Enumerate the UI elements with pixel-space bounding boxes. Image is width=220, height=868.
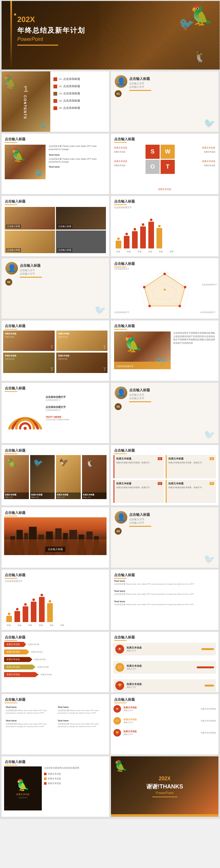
grid-item-1: 点击输入标题 — [5, 207, 55, 229]
ia-label-2: 拓展文本信息 — [124, 718, 201, 721]
contents-item-3: 03 点击添加标题 — [54, 92, 106, 96]
city-title: 点击输入标题 — [48, 548, 63, 551]
slide17-avatar-icon: 👤 — [117, 513, 125, 521]
ia-row-3: 🏆 拓展文本信息 请输入文字 拓展文本内容描述 — [114, 729, 216, 737]
dr-item-3: 拓展文本信息 — [44, 782, 106, 785]
slide11-desc: 点击添加业绩文字请更换字体替换此处请输入您的品牌宣传或产品说明内容点击添加业绩文… — [173, 332, 216, 345]
bar-2 — [124, 233, 129, 248]
dark-card: 🦜 拓展文本信息 点击添加文字 © — [4, 767, 42, 810]
row-12: 点击输入标题 🦜 拓展文本信息 点击添加文字 © 点击添加文案说明点击添加文案说… — [1, 756, 219, 817]
slide5-right-2: 拓展文本信息 — [202, 160, 215, 163]
arrow-2: 拓展文本信息 — [4, 649, 29, 654]
item-dot-5 — [54, 106, 57, 110]
slide14-title: 点击输入标题 — [5, 448, 106, 453]
slide13-sub2: 点击输入文字 — [129, 397, 151, 400]
icon-arrows-list: 👁 拓展文本信息 请输入文字 拓展文本内容描述 🛡 拓展文本信息 请输入文字 — [114, 705, 216, 737]
wifi-svg — [6, 397, 44, 435]
slide-section-opener: 👤 01 点击输入标题 点击输入文字 点击输入文字 🐦 — [111, 71, 219, 132]
slide8-sub2: 点击输入文字 — [20, 272, 42, 276]
contents-item-4: 04 点击添加标题 — [54, 99, 106, 103]
progress-bar-1 — [201, 648, 214, 650]
photo2-label: 拓展文本标题 — [31, 493, 54, 496]
contents-bird2: 🐦 — [39, 121, 49, 130]
item-text-4: 点击添加标题 — [63, 99, 80, 103]
slide19-title: 点击输入标题 — [114, 573, 215, 578]
slide6-grid: 点击输入标题 点击输入标题 点击输入标题 点击输入标题 — [5, 207, 106, 253]
row-3: 点击输入标题 点击输入标题 点击输入标题 点击输入标题 点击输入标题 — [1, 196, 219, 257]
slide13-sub1: 点击输入文字 — [129, 393, 151, 397]
text-image-grid: Text here 点击添加文案 Please enter color slid… — [4, 704, 106, 730]
slide7-bar — [114, 205, 127, 205]
slide4-body1: 点击添加文案 Please enter color slides PPT wor… — [49, 145, 106, 151]
slide20-title: 点击输入标题 — [5, 635, 106, 640]
slide8-yellow-bar — [20, 277, 42, 278]
slide17-sub2: 点击输入文字 — [129, 521, 151, 525]
ia-right-3: 拓展文本内容描述 — [201, 732, 216, 734]
text-box-2: 拓展文本标题 02 拓展文本标题 拓展文本标题 （拓展文字） — [166, 455, 216, 478]
bar2-dot-3 — [24, 603, 27, 606]
slide17-sub1: 点击输入文字 — [129, 518, 151, 521]
slide8-deco: 🐦 — [94, 304, 106, 315]
photo-item-3: 🦅 拓展文本标题 请输入文字 — [56, 455, 81, 499]
dr-item-2: 拓展文本信息 — [44, 777, 106, 780]
social-sub-3: 拓展文本信息 — [5, 358, 53, 360]
dark-card-text: 拓展文本信息 — [17, 793, 30, 796]
wifi-label-1: 点击添加业绩文字 — [45, 395, 106, 399]
slide19-header: 点击输入标题 — [114, 573, 215, 579]
dr-dot-2 — [44, 777, 46, 780]
item-dot-1 — [54, 78, 57, 81]
svg-point-5 — [184, 286, 186, 288]
slide10-title: 点击输入标题 — [5, 323, 106, 328]
wifi-item-2: 点击添加业绩文字 点击添加业绩文字 — [45, 405, 106, 412]
svg-point-6 — [179, 305, 181, 307]
swot-t: T — [161, 160, 175, 174]
slide11-title: 点击输入标题 — [114, 323, 215, 328]
text-boxes-grid: 拓展文本标题 01 拓展文本标题 拓展文本标题 （拓展文字） 拓展文本标题 02… — [114, 455, 216, 503]
wifi-sub-text: 点击添加文案文字请更换字体替换 — [45, 418, 106, 421]
grid-label-4: 点击输入标题 — [57, 248, 72, 252]
row-4: 👤 点击输入标题 点击输入文字 点击输入文字 02 🐦 点击输入标题 — [1, 258, 219, 319]
arrow-sub-4: 拓展文本内容 — [37, 666, 49, 669]
city-overlay: 点击输入标题 — [45, 547, 65, 552]
slide13-deco: 🐦 — [203, 429, 215, 440]
text-box-4-header: 拓展文本标题 04 — [168, 482, 214, 485]
text-box-3-header: 拓展文本标题 03 — [116, 482, 162, 485]
slide23-title: 点击输入标题 — [114, 697, 215, 702]
swot-w: W — [161, 145, 175, 159]
cover-birds-bg: 🦜 🐦 🐧 — [100, 1, 220, 69]
svg-point-10 — [24, 427, 27, 430]
wifi-text: 点击添加业绩文字 点击添加业绩文字 点击添加业绩文字 点击添加业绩文字 TEXT… — [45, 395, 106, 423]
item-dot-4 — [54, 99, 57, 103]
photo3-label-bg: 拓展文本标题 请输入文字 — [56, 493, 81, 499]
photo1-label-bg: 拓展文本标题 请输入文字 — [4, 493, 29, 499]
slide-dark-bird: 点击输入标题 🦜 拓展文本信息 点击添加文字 © 点击添加文案说明点击添加文案说… — [1, 756, 109, 817]
ia-right-1: 拓展文本内容描述 — [201, 708, 216, 710]
ia-sub-1: 请输入文字 — [124, 709, 201, 712]
cover-underline — [17, 45, 58, 45]
box2-title: 拓展文本标题 — [168, 457, 184, 460]
item-text-3: 点击添加标题 — [63, 92, 80, 96]
row-10: 点击输入标题 拓展文本信息 拓展文本内容 拓展文本信息 拓展文本内容 拓展文本信… — [1, 631, 219, 692]
item-text-2: 点击添加标题 — [63, 84, 80, 88]
row-8: 点击输入标题 — [1, 507, 219, 568]
row-1: 🦜 🐦 1 CONTENTS 01 点击添加标题 02 点击添加标题 — [1, 71, 219, 132]
x-axis-labels: 标题 标题 标题 标题 标题 标题 — [114, 250, 215, 253]
bar-body-5 — [148, 222, 154, 248]
slide22-title: 点击输入标题 — [5, 697, 106, 702]
eye-icon: 👁 — [118, 647, 122, 651]
x-axis-2: 标题 标题 标题 标题 标题 标题 — [5, 624, 106, 627]
ia-icon-2: 🛡 — [114, 717, 121, 724]
grid-label-3: 点击输入标题 — [6, 248, 21, 252]
text-box-4: 拓展文本标题 04 拓展文本标题 拓展文本标题 （拓展文字） — [166, 480, 216, 503]
item-dot-3 — [54, 92, 57, 96]
slide-bar-chart: 点击输入标题 点击添加业绩文字 — [111, 196, 219, 257]
arrow-row-1: 拓展文本信息 拓展文本内容 — [4, 642, 106, 647]
ia-right-2: 拓展文本内容描述 — [201, 719, 216, 722]
photo4-label: 拓展文本标题 — [83, 493, 106, 496]
box4-body: 拓展文本标题 拓展文本标题 （拓展文字） — [168, 486, 214, 489]
slide-city-photo: 点击输入标题 — [1, 507, 109, 568]
dark-card-bird: 🦜 — [16, 779, 30, 792]
photo1-bird: 🦜 — [7, 458, 17, 467]
contents-label-area: 1 CONTENTS — [23, 84, 29, 120]
slide7-header: 点击输入标题 — [114, 199, 215, 205]
